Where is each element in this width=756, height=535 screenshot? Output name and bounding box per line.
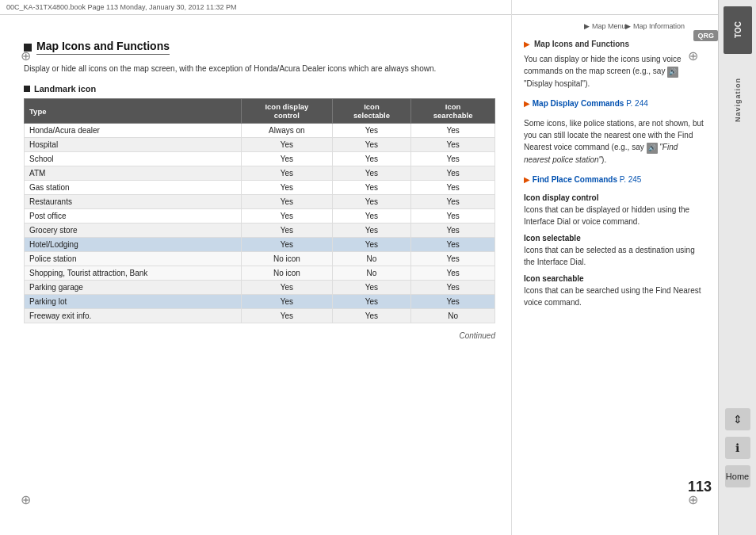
cell-selectable: Yes bbox=[332, 138, 411, 152]
cell-control: Yes bbox=[242, 166, 333, 181]
def-body: Icons that can be searched using the Fin… bbox=[524, 285, 706, 308]
cell-control: No icon bbox=[242, 266, 333, 281]
cell-control: Yes bbox=[242, 309, 333, 323]
link1-text[interactable]: Map Display Commands bbox=[533, 99, 624, 108]
main-content: Map Icons and Functions Display or hide … bbox=[0, 0, 718, 535]
right-section-arrow: ▶ bbox=[524, 40, 530, 48]
right-intro: You can display or hide the icons using … bbox=[524, 53, 706, 90]
table-row: Parking garageYesYesYes bbox=[25, 281, 495, 295]
def-term: Icon display control bbox=[524, 193, 706, 202]
nav-label: Navigation bbox=[734, 78, 742, 122]
cell-searchable: Yes bbox=[411, 252, 495, 266]
def-body: Icons that can be displayed or hidden us… bbox=[524, 204, 706, 227]
cell-selectable: Yes bbox=[332, 124, 411, 138]
cell-type: Police station bbox=[25, 252, 242, 266]
section-desc: Display or hide all icons on the map scr… bbox=[24, 63, 495, 75]
cell-searchable: Yes bbox=[411, 181, 495, 195]
link1-arrow: ▶ bbox=[524, 99, 530, 108]
table-row: SchoolYesYesYes bbox=[25, 152, 495, 166]
table-row: Parking lotYesYesYes bbox=[25, 295, 495, 309]
nav-icon-arrows[interactable]: ⇕ bbox=[725, 408, 750, 430]
cell-control: Yes bbox=[242, 209, 333, 224]
cell-type: Gas station bbox=[25, 181, 242, 195]
right-column: ▶ Map Icons and Functions You can displa… bbox=[512, 0, 718, 535]
cell-control: Always on bbox=[242, 124, 333, 138]
cell-type: ATM bbox=[25, 166, 242, 181]
cell-control: Yes bbox=[242, 224, 333, 238]
continued-text: Continued bbox=[24, 331, 495, 340]
cell-selectable: Yes bbox=[332, 209, 411, 224]
cell-searchable: No bbox=[411, 309, 495, 323]
cell-selectable: Yes bbox=[332, 309, 411, 323]
cell-control: Yes bbox=[242, 281, 333, 295]
voice-icon-2: 🔊 bbox=[647, 143, 658, 154]
col-selectable: Iconselectable bbox=[332, 99, 411, 124]
cell-selectable: No bbox=[332, 252, 411, 266]
toc-label[interactable]: TOC bbox=[724, 6, 752, 54]
cell-control: Yes bbox=[242, 152, 333, 166]
right-section-title: Map Icons and Functions bbox=[534, 40, 629, 48]
cell-selectable: Yes bbox=[332, 181, 411, 195]
cell-type: Freeway exit info. bbox=[25, 309, 242, 323]
right-middle: Some icons, like police stations, are no… bbox=[524, 117, 706, 166]
col-control: Icon displaycontrol bbox=[242, 99, 333, 124]
cell-searchable: Yes bbox=[411, 124, 495, 138]
table-row: HospitalYesYesYes bbox=[25, 138, 495, 152]
right-link2: ▶ Find Place Commands P. 245 bbox=[524, 174, 706, 185]
cell-selectable: Yes bbox=[332, 166, 411, 181]
subsection-icon bbox=[24, 86, 30, 92]
table-header-row: Type Icon displaycontrol Iconselectable … bbox=[25, 99, 495, 124]
cell-selectable: Yes bbox=[332, 224, 411, 238]
cell-type: Post office bbox=[25, 209, 242, 224]
cell-control: Yes bbox=[242, 295, 333, 309]
nav-icons: ⇕ ℹ Home bbox=[725, 408, 750, 487]
table-row: Honda/Acura dealerAlways onYesYes bbox=[25, 124, 495, 138]
cell-selectable: Yes bbox=[332, 152, 411, 166]
nav-sidebar: TOC Navigation ⇕ ℹ Home bbox=[718, 0, 756, 535]
def-term: Icon searchable bbox=[524, 274, 706, 283]
cell-control: Yes bbox=[242, 195, 333, 209]
cell-type: Parking lot bbox=[25, 295, 242, 309]
table-row: RestaurantsYesYesYes bbox=[25, 195, 495, 209]
table-row: Police stationNo iconNoYes bbox=[25, 252, 495, 266]
link2-text[interactable]: Find Place Commands bbox=[533, 175, 617, 184]
section-title: Map Icons and Functions bbox=[36, 40, 170, 55]
cell-searchable: Yes bbox=[411, 224, 495, 238]
table-row: Freeway exit info.YesYesNo bbox=[25, 309, 495, 323]
left-column: Map Icons and Functions Display or hide … bbox=[0, 0, 512, 535]
cell-type: Restaurants bbox=[25, 195, 242, 209]
link2-arrow: ▶ bbox=[524, 175, 530, 184]
cell-selectable: Yes bbox=[332, 295, 411, 309]
cell-searchable: Yes bbox=[411, 266, 495, 281]
subsection-header: Landmark icon bbox=[24, 84, 495, 94]
cell-searchable: Yes bbox=[411, 138, 495, 152]
cell-control: Yes bbox=[242, 238, 333, 252]
cell-type: Parking garage bbox=[25, 281, 242, 295]
cell-control: Yes bbox=[242, 138, 333, 152]
right-link1: ▶ Map Display Commands P. 244 bbox=[524, 97, 706, 109]
cell-type: Honda/Acura dealer bbox=[25, 124, 242, 138]
col-type: Type bbox=[25, 99, 242, 124]
table-row: Grocery storeYesYesYes bbox=[25, 224, 495, 238]
cell-searchable: Yes bbox=[411, 152, 495, 166]
link2-page: P. 245 bbox=[620, 175, 642, 184]
landmark-table: Type Icon displaycontrol Iconselectable … bbox=[24, 98, 495, 323]
nav-icon-home[interactable]: Home bbox=[725, 465, 750, 487]
cell-control: No icon bbox=[242, 252, 333, 266]
cell-type: Grocery store bbox=[25, 224, 242, 238]
table-row: Hotel/LodgingYesYesYes bbox=[25, 238, 495, 252]
definitions: Icon display controlIcons that can be di… bbox=[524, 193, 706, 308]
cell-selectable: Yes bbox=[332, 281, 411, 295]
cell-type: Shopping, Tourist attraction, Bank bbox=[25, 266, 242, 281]
cell-control: Yes bbox=[242, 181, 333, 195]
nav-icon-info[interactable]: ℹ bbox=[725, 437, 750, 459]
cell-searchable: Yes bbox=[411, 238, 495, 252]
cell-searchable: Yes bbox=[411, 209, 495, 224]
cell-searchable: Yes bbox=[411, 195, 495, 209]
cell-searchable: Yes bbox=[411, 295, 495, 309]
cell-selectable: No bbox=[332, 266, 411, 281]
def-term: Icon selectable bbox=[524, 234, 706, 243]
table-row: Gas stationYesYesYes bbox=[25, 181, 495, 195]
link1-page: P. 244 bbox=[626, 99, 648, 108]
cell-searchable: Yes bbox=[411, 166, 495, 181]
